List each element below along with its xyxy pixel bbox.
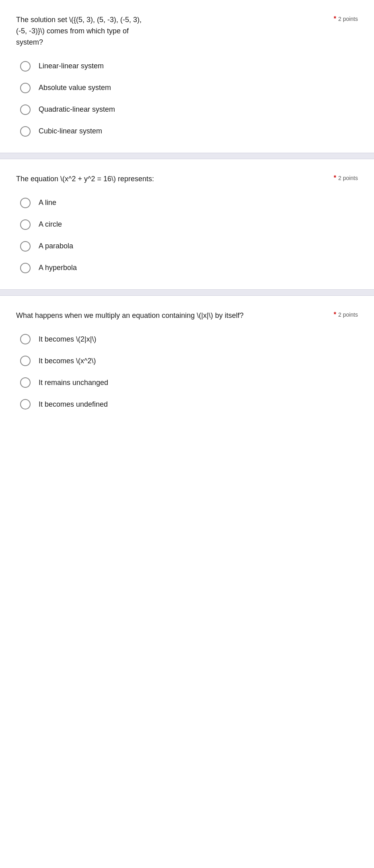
option-label-q1-b: Absolute value system: [39, 83, 111, 93]
question-2-header: The equation \(x^2 + y^2 = 16\) represen…: [16, 174, 358, 185]
question-3-points: * 2 points: [334, 311, 358, 318]
question-3-text: What happens when we multiply an equatio…: [16, 310, 334, 321]
question-1-text: The solution set \({(5, 3), (5, -3), (-5…: [16, 14, 334, 48]
option-q1-c[interactable]: Quadratic-linear system: [20, 104, 358, 115]
radio-q2-a[interactable]: [20, 198, 31, 208]
option-q3-b[interactable]: It becomes \(x^2\): [20, 356, 358, 366]
question-3-header: What happens when we multiply an equatio…: [16, 310, 358, 321]
question-1-options: Linear-linear system Absolute value syst…: [16, 61, 358, 137]
option-label-q3-a: It becomes \(2|x|\): [39, 334, 96, 344]
radio-q1-b[interactable]: [20, 83, 31, 93]
radio-q1-c[interactable]: [20, 104, 31, 115]
option-q2-d[interactable]: A hyperbola: [20, 263, 358, 273]
radio-q1-a[interactable]: [20, 61, 31, 72]
radio-q3-c[interactable]: [20, 377, 31, 388]
option-label-q2-d: A hyperbola: [39, 263, 77, 273]
radio-q3-b[interactable]: [20, 356, 31, 366]
question-1-header: The solution set \({(5, 3), (5, -3), (-5…: [16, 14, 358, 48]
option-label-q3-c: It remains unchanged: [39, 378, 108, 388]
radio-q1-d[interactable]: [20, 126, 31, 137]
option-q3-d[interactable]: It becomes undefined: [20, 399, 358, 409]
radio-q3-a[interactable]: [20, 334, 31, 344]
required-star-2: *: [334, 174, 336, 182]
question-block-2: The equation \(x^2 + y^2 = 16\) represen…: [0, 159, 374, 289]
question-block-3: What happens when we multiply an equatio…: [0, 296, 374, 426]
question-2-text: The equation \(x^2 + y^2 = 16\) represen…: [16, 174, 334, 185]
option-label-q3-d: It becomes undefined: [39, 399, 108, 409]
option-q2-b[interactable]: A circle: [20, 219, 358, 230]
option-label-q1-c: Quadratic-linear system: [39, 104, 115, 115]
divider-2: [0, 289, 374, 296]
option-label-q1-d: Cubic-linear system: [39, 126, 102, 136]
radio-q2-d[interactable]: [20, 263, 31, 273]
option-q1-d[interactable]: Cubic-linear system: [20, 126, 358, 137]
option-label-q1-a: Linear-linear system: [39, 61, 104, 71]
radio-q2-b[interactable]: [20, 219, 31, 230]
option-q1-b[interactable]: Absolute value system: [20, 83, 358, 93]
question-3-options: It becomes \(2|x|\) It becomes \(x^2\) I…: [16, 334, 358, 409]
points-label-3: 2 points: [338, 311, 358, 318]
required-star-1: *: [334, 15, 336, 23]
question-2-options: A line A circle A parabola A hyperbola: [16, 198, 358, 273]
question-2-points: * 2 points: [334, 174, 358, 182]
radio-q3-d[interactable]: [20, 399, 31, 409]
option-label-q2-c: A parabola: [39, 241, 73, 251]
option-q2-a[interactable]: A line: [20, 198, 358, 208]
points-label-1: 2 points: [338, 16, 358, 22]
option-label-q2-b: A circle: [39, 219, 62, 229]
option-label-q2-a: A line: [39, 198, 56, 208]
option-q1-a[interactable]: Linear-linear system: [20, 61, 358, 72]
question-block-1: The solution set \({(5, 3), (5, -3), (-5…: [0, 0, 374, 153]
divider-1: [0, 153, 374, 159]
option-q3-c[interactable]: It remains unchanged: [20, 377, 358, 388]
option-label-q3-b: It becomes \(x^2\): [39, 356, 96, 366]
points-label-2: 2 points: [338, 175, 358, 181]
option-q2-c[interactable]: A parabola: [20, 241, 358, 252]
question-1-points: * 2 points: [334, 15, 358, 23]
option-q3-a[interactable]: It becomes \(2|x|\): [20, 334, 358, 344]
radio-q2-c[interactable]: [20, 241, 31, 252]
required-star-3: *: [334, 311, 336, 318]
